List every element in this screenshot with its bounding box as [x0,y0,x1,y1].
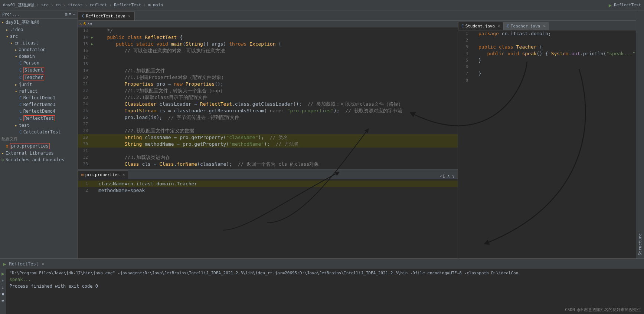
run-tab-label[interactable]: ReflectTest [9,261,38,267]
warning-up[interactable]: ∧ [87,22,90,26]
sidebar-item-domain[interactable]: ▾ domain [0,53,78,60]
tab-proproperties[interactable]: ⊞ pro.properties × [78,171,128,179]
java-icon-ct: C [19,130,22,135]
folder-icon-reflect: ▾ [15,89,17,94]
sidebar-item-label-scratches: Scratches and Consoles [6,157,65,162]
java-icon-rt: C [19,116,22,121]
left-editor-container: ⚠ 6 ∧ ∨ 13 */ 14 ▶ public class ReflectT [78,21,458,258]
code-line-22: 22 //1.2加载配置文件，转换为一个集合（map） [78,87,458,94]
code-line-19: 19 //1.加载配置文件 [78,67,458,74]
run-tab-close[interactable]: × [42,261,44,267]
java-icon-teacher: C [19,75,22,80]
code-line-25: 25 InputStream is = classLoader.getResou… [78,108,458,114]
tab-label-teacher: Teacher.java [511,24,540,29]
folder-icon-cnitcast: ▾ [10,41,13,46]
folder-icon-test: ▸ [15,123,17,128]
right-tab-bar: C Student.java × C Teacher.java × [458,21,636,30]
properties-tab-close[interactable]: × [122,173,125,177]
sidebar-item-label-annotation: annotation [19,47,46,52]
run-stop-icon[interactable]: ◾ [1,291,4,297]
right-line-8: 8 [458,77,636,84]
run-output-speak: speak... [9,277,641,282]
java-icon-rd4: C [19,109,22,114]
run-toolbar: ▶ ↑ ↓ ◾ ⇌ [0,269,6,314]
sidebar-icon-3[interactable]: − [73,12,75,17]
properties-icon-pro: ⊞ [6,144,9,149]
code-line-20: 20 //1.1创建Properties对象（配置文件对象） [78,74,458,81]
java-icon-rd1: C [19,96,22,100]
run-process-done: Process finished with exit code 0 [9,284,641,289]
warning-icon: ⚠ [79,22,82,26]
warning-bar: ⚠ 6 ∧ ∨ [78,21,458,27]
sidebar-item-extlibs[interactable]: ▸ External Libraries [0,150,78,156]
code-line-16: 16 // 可以创建任意类的对象，可以执行任意方法 [78,47,458,54]
java-tab-icon: C [82,14,85,19]
tab-reflecttest[interactable]: C ReflectTest.java × [78,11,135,20]
folder-icon-extlibs: ▸ [1,151,4,156]
right-code-editor[interactable]: 1 package cn.itcast.domain; 2 3 public c… [458,30,636,258]
tab-close-reflecttest[interactable]: × [128,14,131,18]
sidebar-item-student[interactable]: C Student [0,66,78,74]
warning-count: 6 [84,22,86,26]
right-line-2: 2 [458,37,636,44]
top-bar: day01_基础加强 › src › cn › itcast › reflect… [0,0,644,10]
tab-studentjava[interactable]: C Student.java × [458,22,503,30]
code-line-33: 33 Class cls = Class.forName(className);… [78,161,458,168]
credit-text: CSDN @不愿意透露姓名的良好市民倪先生 [565,307,641,313]
code-line-14: 14 ▶ public class ReflectTest { [78,34,458,41]
java-icon-student-tab: C [461,24,464,29]
sidebar-item-proproperties[interactable]: ⊞ pro.properties [0,142,78,150]
tab-teacherjava[interactable]: C Teacher.java × [503,22,549,30]
code-line-32: 32 //3.加载该类进内存 [78,154,458,161]
editor-split: ⚠ 6 ∧ ∨ 13 */ 14 ▶ public class ReflectT [78,21,636,258]
sidebar-item-junit[interactable]: ▸ junit [0,81,78,88]
sidebar-item-src[interactable]: ▾ src [0,33,78,40]
run-play-icon[interactable]: ▶ [1,271,4,277]
folder-icon-domain: ▾ [15,54,17,59]
match-count: ✓1 ∧ ∨ [440,174,458,179]
warning-down[interactable]: ∨ [90,22,92,26]
breadcrumb-main: m main [148,3,163,7]
tab-label-reflecttest: ReflectTest.java [86,14,125,19]
sidebar-icon-1[interactable]: ⊞ [65,12,68,17]
props-line-2: 2 methodName=speak [78,187,458,194]
tab-close-teacher[interactable]: × [543,24,545,28]
top-icons: ▶ ReflectTest [609,2,641,8]
sidebar-item-annotation[interactable]: ▸ annotation [0,46,78,53]
sidebar-item-reflecttest[interactable]: C ReflectTest [0,115,78,122]
sidebar-item-reflectdemo4[interactable]: C ReflectDemo4 [0,108,78,115]
run-body: ▶ ↑ ↓ ◾ ⇌ "D:\Program Files\Java\jdk-17\… [0,269,644,314]
sidebar-item-label-pro: pro.properties [10,143,50,149]
sidebar-item-label-rd3: ReflectDemo3 [23,102,56,107]
sidebar-item-label-idea: .idea [10,27,23,32]
run-tab-bar: ▶ ReflectTest × [0,259,644,269]
sidebar-item-scratches[interactable]: ⊙ Scratches and Consoles [0,156,78,163]
right-line-4: 4 public void speak() { System.out.print… [458,50,636,57]
sidebar-item-teacher[interactable]: C Teacher [0,74,78,81]
run-down-icon[interactable]: ↓ [1,285,4,290]
sidebar-icon-2[interactable]: ≡ [69,12,72,17]
sidebar-item-reflectdemo1[interactable]: C ReflectDemo1 [0,95,78,101]
sidebar-item-day01[interactable]: ▾ day01_基础加强 [0,19,78,26]
sidebar-item-person[interactable]: C Person [0,60,78,66]
code-line-13: 13 */ [78,27,458,34]
sidebar-item-label-junit: junit [19,82,32,87]
code-line-15: 15 ▶ public static void main(String[] ar… [78,41,458,47]
right-line-6: 6 [458,64,636,70]
run-up-icon[interactable]: ↑ [1,278,4,283]
run-content: "D:\Program Files\Java\jdk-17\bin\java.e… [6,269,644,314]
tab-close-student[interactable]: × [498,24,500,28]
sidebar-item-test[interactable]: ▸ test [0,122,78,129]
sidebar-item-reflectdemo3[interactable]: C ReflectDemo3 [0,101,78,108]
sidebar-item-cnitcast[interactable]: ▾ cn.itcast [0,40,78,46]
code-editor-left[interactable]: 13 */ 14 ▶ public class ReflectTest { 15… [78,27,458,258]
sidebar-item-calculatortest[interactable]: C CalculatorTest [0,129,78,135]
structure-tab[interactable]: Structure [636,10,644,258]
code-line-27: 27 [78,121,458,128]
run-icon[interactable]: ▶ [609,2,612,8]
run-wrap-icon[interactable]: ⇌ [1,298,4,303]
sidebar-item-idea[interactable]: ▸ .idea [0,26,78,33]
right-line-1: 1 package cn.itcast.domain; [458,30,636,37]
code-line-24: 24 ClassLoader classLoader = ReflectTest… [78,101,458,108]
sidebar-item-reflect[interactable]: ▾ reflect [0,88,78,95]
